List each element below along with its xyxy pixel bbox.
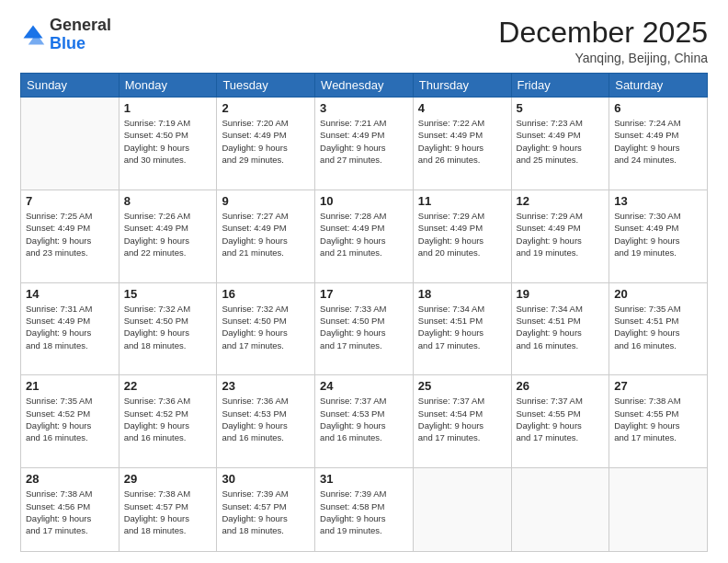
table-row — [413, 468, 511, 552]
table-row: 2Sunrise: 7:20 AMSunset: 4:49 PMDaylight… — [217, 98, 315, 190]
day-info: Sunrise: 7:37 AMSunset: 4:53 PMDaylight:… — [320, 395, 408, 443]
col-monday: Monday — [119, 74, 217, 98]
logo: General Blue — [20, 17, 111, 53]
day-number: 19 — [517, 287, 605, 301]
day-number: 18 — [418, 287, 506, 301]
day-info: Sunrise: 7:21 AMSunset: 4:49 PMDaylight:… — [320, 117, 408, 166]
day-info: Sunrise: 7:38 AMSunset: 4:57 PMDaylight:… — [124, 488, 212, 536]
day-info: Sunrise: 7:34 AMSunset: 4:51 PMDaylight:… — [418, 303, 506, 351]
day-number: 29 — [124, 472, 212, 486]
day-number: 2 — [222, 101, 310, 115]
calendar-week-row: 14Sunrise: 7:31 AMSunset: 4:49 PMDayligh… — [21, 282, 708, 375]
calendar-week-row: 21Sunrise: 7:35 AMSunset: 4:52 PMDayligh… — [21, 375, 708, 468]
header: General Blue December 2025 Yanqing, Beij… — [20, 17, 708, 65]
day-number: 10 — [320, 194, 408, 208]
day-info: Sunrise: 7:22 AMSunset: 4:49 PMDaylight:… — [418, 117, 506, 166]
day-info: Sunrise: 7:32 AMSunset: 4:50 PMDaylight:… — [124, 303, 212, 351]
location-title: Yanqing, Beijing, China — [498, 51, 708, 65]
table-row: 30Sunrise: 7:39 AMSunset: 4:57 PMDayligh… — [217, 468, 315, 552]
logo-icon — [20, 22, 46, 48]
table-row: 24Sunrise: 7:37 AMSunset: 4:53 PMDayligh… — [315, 375, 414, 468]
table-row: 15Sunrise: 7:32 AMSunset: 4:50 PMDayligh… — [119, 282, 217, 375]
table-row: 13Sunrise: 7:30 AMSunset: 4:49 PMDayligh… — [609, 190, 708, 282]
day-number: 22 — [124, 379, 212, 393]
day-info: Sunrise: 7:23 AMSunset: 4:49 PMDaylight:… — [517, 117, 605, 166]
day-number: 27 — [614, 379, 702, 393]
day-number: 11 — [418, 194, 506, 208]
day-info: Sunrise: 7:30 AMSunset: 4:49 PMDaylight:… — [614, 210, 702, 259]
day-number: 30 — [222, 472, 310, 486]
day-number: 28 — [26, 472, 114, 486]
table-row: 26Sunrise: 7:37 AMSunset: 4:55 PMDayligh… — [511, 375, 609, 468]
day-info: Sunrise: 7:20 AMSunset: 4:49 PMDaylight:… — [222, 117, 310, 166]
table-row: 27Sunrise: 7:38 AMSunset: 4:55 PMDayligh… — [609, 375, 708, 468]
table-row: 10Sunrise: 7:28 AMSunset: 4:49 PMDayligh… — [315, 190, 414, 282]
table-row: 17Sunrise: 7:33 AMSunset: 4:50 PMDayligh… — [315, 282, 414, 375]
table-row: 3Sunrise: 7:21 AMSunset: 4:49 PMDaylight… — [315, 98, 414, 190]
table-row: 1Sunrise: 7:19 AMSunset: 4:50 PMDaylight… — [119, 98, 217, 190]
day-info: Sunrise: 7:37 AMSunset: 4:55 PMDaylight:… — [517, 395, 605, 443]
day-number: 3 — [320, 101, 408, 115]
month-title: December 2025 — [498, 17, 708, 49]
day-number: 16 — [222, 287, 310, 301]
table-row: 9Sunrise: 7:27 AMSunset: 4:49 PMDaylight… — [217, 190, 315, 282]
table-row: 11Sunrise: 7:29 AMSunset: 4:49 PMDayligh… — [413, 190, 511, 282]
day-info: Sunrise: 7:19 AMSunset: 4:50 PMDaylight:… — [124, 117, 212, 166]
day-number: 15 — [124, 287, 212, 301]
svg-marker-0 — [24, 25, 43, 38]
table-row: 25Sunrise: 7:37 AMSunset: 4:54 PMDayligh… — [413, 375, 511, 468]
table-row: 31Sunrise: 7:39 AMSunset: 4:58 PMDayligh… — [315, 468, 414, 552]
calendar-week-row: 28Sunrise: 7:38 AMSunset: 4:56 PMDayligh… — [21, 468, 708, 552]
day-info: Sunrise: 7:28 AMSunset: 4:49 PMDaylight:… — [320, 210, 408, 259]
day-number: 23 — [222, 379, 310, 393]
table-row: 28Sunrise: 7:38 AMSunset: 4:56 PMDayligh… — [21, 468, 119, 552]
table-row: 12Sunrise: 7:29 AMSunset: 4:49 PMDayligh… — [511, 190, 609, 282]
calendar-week-row: 7Sunrise: 7:25 AMSunset: 4:49 PMDaylight… — [21, 190, 708, 282]
logo-text: General Blue — [50, 17, 111, 53]
day-info: Sunrise: 7:35 AMSunset: 4:52 PMDaylight:… — [26, 395, 114, 443]
col-tuesday: Tuesday — [217, 74, 315, 98]
day-number: 25 — [418, 379, 506, 393]
table-row: 4Sunrise: 7:22 AMSunset: 4:49 PMDaylight… — [413, 98, 511, 190]
day-number: 20 — [614, 287, 702, 301]
col-sunday: Sunday — [21, 74, 119, 98]
day-info: Sunrise: 7:36 AMSunset: 4:53 PMDaylight:… — [222, 395, 310, 443]
day-number: 1 — [124, 101, 212, 115]
table-row — [21, 98, 119, 190]
day-info: Sunrise: 7:25 AMSunset: 4:49 PMDaylight:… — [26, 210, 114, 259]
day-number: 4 — [418, 101, 506, 115]
table-row: 14Sunrise: 7:31 AMSunset: 4:49 PMDayligh… — [21, 282, 119, 375]
day-info: Sunrise: 7:26 AMSunset: 4:49 PMDaylight:… — [124, 210, 212, 259]
day-number: 17 — [320, 287, 408, 301]
day-info: Sunrise: 7:27 AMSunset: 4:49 PMDaylight:… — [222, 210, 310, 259]
table-row: 20Sunrise: 7:35 AMSunset: 4:51 PMDayligh… — [609, 282, 708, 375]
day-info: Sunrise: 7:34 AMSunset: 4:51 PMDaylight:… — [517, 303, 605, 351]
day-info: Sunrise: 7:37 AMSunset: 4:54 PMDaylight:… — [418, 395, 506, 443]
day-info: Sunrise: 7:35 AMSunset: 4:51 PMDaylight:… — [614, 303, 702, 351]
logo-general-text: General — [50, 16, 111, 34]
day-number: 6 — [614, 101, 702, 115]
table-row: 21Sunrise: 7:35 AMSunset: 4:52 PMDayligh… — [21, 375, 119, 468]
table-row: 18Sunrise: 7:34 AMSunset: 4:51 PMDayligh… — [413, 282, 511, 375]
day-info: Sunrise: 7:29 AMSunset: 4:49 PMDaylight:… — [517, 210, 605, 259]
page: General Blue December 2025 Yanqing, Beij… — [0, 0, 728, 563]
day-number: 31 — [320, 472, 408, 486]
day-number: 14 — [26, 287, 114, 301]
table-row: 23Sunrise: 7:36 AMSunset: 4:53 PMDayligh… — [217, 375, 315, 468]
day-number: 7 — [26, 194, 114, 208]
day-number: 9 — [222, 194, 310, 208]
day-info: Sunrise: 7:29 AMSunset: 4:49 PMDaylight:… — [418, 210, 506, 259]
table-row: 29Sunrise: 7:38 AMSunset: 4:57 PMDayligh… — [119, 468, 217, 552]
title-block: December 2025 Yanqing, Beijing, China — [498, 17, 708, 65]
day-info: Sunrise: 7:39 AMSunset: 4:57 PMDaylight:… — [222, 488, 310, 536]
day-info: Sunrise: 7:24 AMSunset: 4:49 PMDaylight:… — [614, 117, 702, 166]
table-row: 16Sunrise: 7:32 AMSunset: 4:50 PMDayligh… — [217, 282, 315, 375]
table-row: 5Sunrise: 7:23 AMSunset: 4:49 PMDaylight… — [511, 98, 609, 190]
day-number: 12 — [517, 194, 605, 208]
day-number: 26 — [517, 379, 605, 393]
table-row: 19Sunrise: 7:34 AMSunset: 4:51 PMDayligh… — [511, 282, 609, 375]
table-row — [609, 468, 708, 552]
calendar-table: Sunday Monday Tuesday Wednesday Thursday… — [20, 73, 708, 552]
col-friday: Friday — [511, 74, 609, 98]
day-info: Sunrise: 7:31 AMSunset: 4:49 PMDaylight:… — [26, 303, 114, 351]
